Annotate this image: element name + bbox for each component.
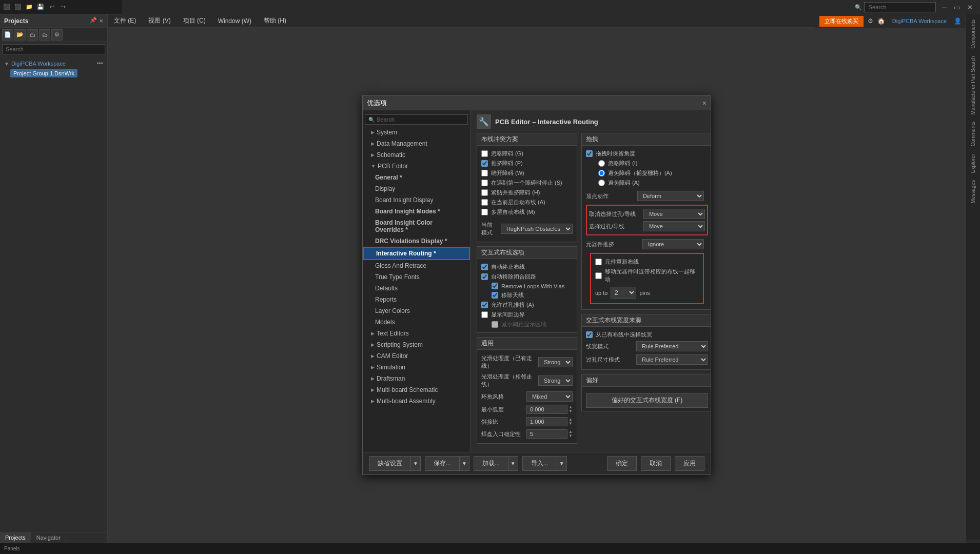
radio-drag-ignore-input[interactable] xyxy=(598,160,605,167)
app-icon-6[interactable]: ↪ xyxy=(58,3,68,12)
panel-close-icon[interactable]: × xyxy=(99,17,103,25)
mode-select[interactable]: HugNPush Obstacles Walkaround Push Ignor… xyxy=(501,224,573,234)
right-tab-comments[interactable]: Comments xyxy=(968,118,978,149)
nav-search-input[interactable] xyxy=(377,116,464,123)
cb-hug-input[interactable] xyxy=(481,189,488,196)
nav-item-layer-colors[interactable]: Layer Colors xyxy=(363,305,470,316)
nav-item-cam[interactable]: ▶ CAM Editor xyxy=(363,350,470,362)
nav-item-simulation[interactable]: ▶ Simulation xyxy=(363,362,470,373)
menu-help[interactable]: 帮助 (H) xyxy=(262,15,288,26)
project-search-input[interactable] xyxy=(2,44,105,54)
down-arrow-4[interactable]: ▼ xyxy=(569,422,573,426)
nav-item-system[interactable]: ▶ System xyxy=(363,127,470,138)
settings-btn[interactable]: ⚙ xyxy=(51,29,63,41)
load-button[interactable]: 加载... xyxy=(474,456,508,471)
close-icon[interactable]: ✕ xyxy=(964,4,976,11)
cb-comp-reroute-input[interactable] xyxy=(595,259,602,265)
apply-button[interactable]: 应用 xyxy=(675,456,704,471)
nav-item-general[interactable]: General * xyxy=(363,172,470,183)
general-select-1[interactable]: Strong xyxy=(538,375,573,386)
down-arrow-5[interactable]: ▼ xyxy=(569,434,573,438)
nav-item-text-editors[interactable]: ▶ Text Editors xyxy=(363,328,470,339)
folder2-btn[interactable]: 🗁 xyxy=(39,29,50,41)
app-icon-1[interactable]: ⬛ xyxy=(2,3,11,12)
cb-comp-move-wires-input[interactable] xyxy=(595,272,602,279)
app-icon-5[interactable]: ↩ xyxy=(47,3,56,12)
prefer-width-button[interactable]: 偏好的交互式布线宽度 (F) xyxy=(586,393,708,408)
save-dropdown-button[interactable]: ▼ xyxy=(460,456,469,471)
nav-item-models[interactable]: Models xyxy=(363,316,470,328)
nav-item-draftsman[interactable]: ▶ Draftsman xyxy=(363,373,470,384)
app-icon-2[interactable]: ⬛ xyxy=(13,3,23,12)
menu-file[interactable]: 文件 (E) xyxy=(112,15,138,26)
vertex-select[interactable]: Deform Smooth xyxy=(637,191,704,201)
general-select-0[interactable]: Strong xyxy=(538,357,573,367)
tab-navigator[interactable]: Navigator xyxy=(31,532,66,543)
select-via-select[interactable]: Move Select None xyxy=(643,221,705,231)
cb-allow-via-push-input[interactable] xyxy=(481,302,488,308)
cb-drag-preserve-input[interactable] xyxy=(586,150,593,157)
nav-item-board-insight-display[interactable]: Board Insight Display xyxy=(363,194,470,206)
right-tab-explorer[interactable]: Explorer xyxy=(968,151,978,176)
workspace-link[interactable]: DigiPCBA Workspace xyxy=(889,17,950,25)
cb-auto-terminate-input[interactable] xyxy=(481,264,488,270)
default-dropdown-button[interactable]: ▼ xyxy=(411,456,421,471)
dialog-close-button[interactable]: × xyxy=(702,99,707,107)
nav-item-drc[interactable]: DRC Violations Display * xyxy=(363,235,470,247)
save-button[interactable]: 保存... xyxy=(425,456,460,471)
tab-projects[interactable]: Projects xyxy=(0,532,31,543)
load-dropdown-button[interactable]: ▼ xyxy=(508,456,518,471)
import-button[interactable]: 导入... xyxy=(522,456,557,471)
cb-multilayer-input[interactable] xyxy=(481,209,488,215)
nav-item-ttf[interactable]: True Type Fonts xyxy=(363,271,470,283)
open-file-btn[interactable]: 📂 xyxy=(14,29,26,41)
via-size-select[interactable]: Rule Preferred Rule Min Rule Max User Ch… xyxy=(636,354,708,365)
menu-project[interactable]: 项目 (C) xyxy=(181,15,208,26)
new-file-btn[interactable]: 📄 xyxy=(2,29,13,41)
nav-item-defaults[interactable]: Defaults xyxy=(363,283,470,294)
radio-drag-avoid2-input[interactable] xyxy=(598,180,605,186)
app-icon-4[interactable]: 💾 xyxy=(36,3,45,12)
deselect-via-select[interactable]: Move Select None xyxy=(643,209,705,219)
maximize-icon[interactable]: ▭ xyxy=(951,4,963,11)
user-icon[interactable]: 👤 xyxy=(954,17,962,25)
folder-btn[interactable]: 🗀 xyxy=(27,29,38,41)
cb-select-existing-input[interactable] xyxy=(586,331,593,338)
minimize-icon[interactable]: ─ xyxy=(939,4,950,11)
cb-push-input[interactable] xyxy=(481,160,488,167)
radio-drag-avoid-input[interactable] xyxy=(598,170,605,176)
nav-item-interactive-routing[interactable]: Interactive Routing * xyxy=(363,247,470,260)
general-select-2[interactable]: Mixed xyxy=(526,391,573,402)
comp-push-select[interactable]: Ignore Push None xyxy=(642,239,704,249)
workspace-dots[interactable]: ••• xyxy=(96,60,103,67)
buy-button[interactable]: 立即在线购买 xyxy=(819,16,864,27)
cb-reduce-clearance-input[interactable] xyxy=(492,321,498,328)
project-name[interactable]: Project Group 1.DsnWrk xyxy=(10,69,77,77)
cb-auto-remove-input[interactable] xyxy=(481,273,488,280)
nav-item-multi-schematic[interactable]: ▶ Multi-board Schematic xyxy=(363,384,470,395)
import-dropdown-button[interactable]: ▼ xyxy=(557,456,567,471)
ok-button[interactable]: 确定 xyxy=(607,456,637,471)
nav-item-scripting[interactable]: ▶ Scripting System xyxy=(363,339,470,350)
nav-item-board-insight-modes[interactable]: Board Insight Modes * xyxy=(363,206,470,217)
cb-auto-current-input[interactable] xyxy=(481,199,488,206)
down-arrow-3[interactable]: ▼ xyxy=(569,409,573,413)
top-search-input[interactable] xyxy=(864,2,936,12)
general-input-4[interactable] xyxy=(526,417,567,426)
right-tab-manufacturer[interactable]: Manufacturer Part Search xyxy=(968,53,978,118)
nav-item-data-mgmt[interactable]: ▶ Data Management xyxy=(363,138,470,149)
nav-item-reports[interactable]: Reports xyxy=(363,294,470,305)
cb-remove-vias-input[interactable] xyxy=(492,283,498,289)
cancel-button[interactable]: 取消 xyxy=(641,456,671,471)
cb-stop-input[interactable] xyxy=(481,180,488,186)
nav-item-schematic[interactable]: ▶ Schematic xyxy=(363,149,470,161)
cb-ignore-input[interactable] xyxy=(481,150,488,157)
gear-icon[interactable]: ⚙ xyxy=(868,17,873,25)
nav-item-pcb-editor[interactable]: ▼ PCB Editor xyxy=(363,161,470,172)
app-icon-3[interactable]: 📁 xyxy=(25,3,34,12)
width-mode-select[interactable]: Rule Preferred Rule Min Rule Max User Ch… xyxy=(636,341,708,351)
pins-select[interactable]: 2 xyxy=(611,287,636,299)
nav-item-gloss[interactable]: Gloss And Retrace xyxy=(363,260,470,271)
cb-remove-antenna-input[interactable] xyxy=(492,292,498,299)
workspace-item[interactable]: ▼ DigiPCBA Workspace ••• xyxy=(2,58,105,69)
